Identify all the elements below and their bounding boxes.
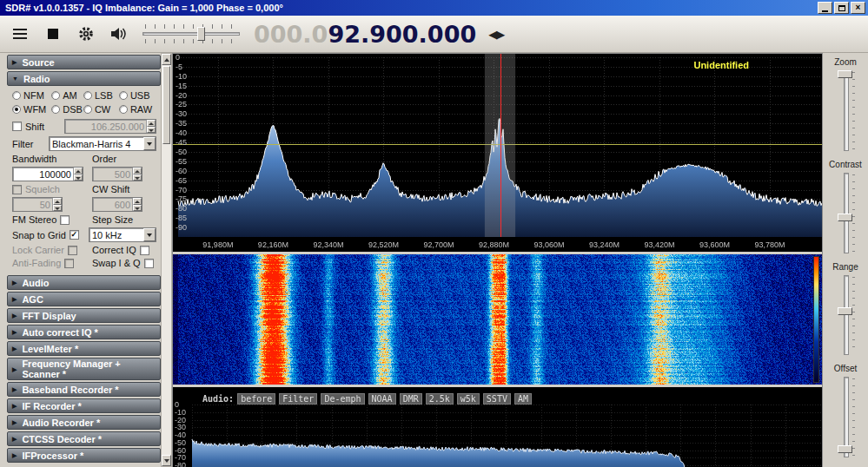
- panel-header-ctcss-decoder[interactable]: ▶CTCSS Decoder *: [7, 431, 161, 446]
- mode-dsb[interactable]: DSB: [51, 104, 83, 115]
- spin-down-icon[interactable]: [147, 127, 156, 134]
- frequency-leading-zeros[interactable]: 000.0: [254, 21, 328, 48]
- badge-before[interactable]: before: [237, 393, 275, 405]
- shift-input[interactable]: 106.250.000: [64, 119, 156, 134]
- badge-2-5k[interactable]: 2.5k: [426, 393, 454, 405]
- panel-header-fft-display[interactable]: ▶FFT Display: [7, 308, 161, 323]
- checkbox-checked-icon[interactable]: ✓: [70, 230, 79, 240]
- stop-button[interactable]: [42, 23, 64, 45]
- panel-header-auto-correct-iq[interactable]: ▶Auto correct IQ *: [7, 325, 161, 339]
- checkbox-icon[interactable]: [144, 259, 154, 268]
- spin-up-icon[interactable]: [133, 168, 142, 174]
- sidebar-scrollbar[interactable]: [161, 53, 172, 467]
- mode-am[interactable]: AM: [51, 90, 83, 101]
- squelch-input[interactable]: 50: [12, 197, 63, 212]
- frequency-display[interactable]: 000.0 92.900.000: [254, 21, 476, 48]
- lock-carrier-checkbox[interactable]: Lock Carrier: [12, 245, 77, 255]
- spin-down-icon[interactable]: [74, 174, 83, 181]
- squelch-value[interactable]: 50: [13, 198, 52, 211]
- order-spinner[interactable]: [132, 168, 142, 181]
- zoom-slider[interactable]: [835, 69, 856, 153]
- step-down-icon[interactable]: ◀: [488, 28, 496, 41]
- dropdown-arrow-icon[interactable]: [143, 228, 156, 241]
- panel-header-radio[interactable]: ▼ Radio: [7, 71, 161, 86]
- frequency-value[interactable]: 92.900.000: [328, 21, 476, 48]
- minimize-button[interactable]: [818, 2, 832, 14]
- panel-header-if-recorder[interactable]: ▶IF Recorder *: [7, 398, 161, 413]
- zoom-slider-thumb[interactable]: [838, 70, 852, 78]
- badge-noaa[interactable]: NOAA: [368, 393, 396, 405]
- mode-cw[interactable]: CW: [83, 104, 119, 115]
- range-slider-thumb[interactable]: [838, 307, 852, 315]
- squelch-spinner[interactable]: [52, 198, 62, 211]
- spin-down-icon[interactable]: [133, 174, 142, 181]
- filter-dropdown[interactable]: Blackman-Harris 4: [49, 136, 156, 151]
- anti-fading-checkbox[interactable]: Anti-Fading: [12, 258, 74, 268]
- order-value[interactable]: 500: [93, 168, 132, 181]
- panel-header-frequency-manager[interactable]: ▶Frequency Manager + Scanner *: [7, 358, 161, 380]
- panel-header-audio[interactable]: ▶Audio: [7, 275, 161, 290]
- mode-nfm[interactable]: NFM: [12, 90, 51, 101]
- offset-slider-thumb[interactable]: [838, 445, 852, 453]
- range-slider[interactable]: [835, 273, 856, 358]
- panel-header-source[interactable]: ▶ Source: [7, 55, 161, 69]
- scrollbar-thumb[interactable]: [162, 66, 170, 144]
- cw-shift-value[interactable]: 600: [93, 198, 132, 211]
- checkbox-icon[interactable]: [68, 246, 77, 255]
- volume-thumb[interactable]: [197, 27, 205, 41]
- panel-header-agc[interactable]: ▶AGC: [7, 292, 161, 306]
- spin-up-icon[interactable]: [53, 198, 62, 205]
- badge-w5k[interactable]: w5k: [457, 393, 480, 405]
- mode-usb[interactable]: USB: [119, 90, 156, 101]
- close-button[interactable]: ×: [851, 2, 865, 14]
- spin-down-icon[interactable]: [53, 205, 62, 212]
- mute-button[interactable]: [108, 23, 130, 45]
- spin-up-icon[interactable]: [74, 168, 83, 174]
- menu-button[interactable]: [9, 23, 31, 45]
- shift-value[interactable]: 106.250.000: [65, 120, 146, 133]
- scroll-down-icon[interactable]: [162, 455, 171, 466]
- mode-raw[interactable]: RAW: [119, 104, 156, 115]
- panel-header-audio-recorder[interactable]: ▶Audio Recorder *: [7, 415, 161, 430]
- cw-shift-spinner[interactable]: [132, 198, 142, 211]
- badge-dmr[interactable]: DMR: [400, 393, 422, 405]
- waterfall-canvas[interactable]: [173, 254, 822, 385]
- volume-slider[interactable]: [142, 23, 240, 44]
- scroll-up-icon[interactable]: [162, 54, 171, 65]
- swap-iq-checkbox[interactable]: Swap I & Q: [92, 258, 154, 268]
- badge-filter[interactable]: Filter: [279, 393, 317, 405]
- order-input[interactable]: 500: [92, 167, 142, 181]
- checkbox-icon[interactable]: [12, 185, 22, 194]
- checkbox-icon[interactable]: [12, 122, 22, 131]
- spin-up-icon[interactable]: [133, 198, 142, 205]
- spin-up-icon[interactable]: [147, 120, 156, 127]
- step-size-dropdown[interactable]: 10 kHz: [89, 227, 156, 242]
- spin-down-icon[interactable]: [133, 205, 142, 212]
- offset-slider[interactable]: [835, 375, 856, 459]
- maximize-button[interactable]: [834, 2, 849, 14]
- mode-wfm[interactable]: WFM: [12, 104, 51, 115]
- panel-header-baseband-recorder[interactable]: ▶Baseband Recorder *: [7, 382, 161, 397]
- checkbox-icon[interactable]: [60, 215, 70, 225]
- scrollbar-track[interactable]: [162, 145, 171, 455]
- rf-spectrum-canvas[interactable]: [173, 54, 822, 252]
- shift-spinner[interactable]: [146, 120, 156, 133]
- squelch-checkbox[interactable]: Squelch: [12, 184, 60, 194]
- dropdown-arrow-icon[interactable]: [143, 137, 156, 150]
- panel-header-levelmeter[interactable]: ▶LevelMeter *: [7, 341, 161, 356]
- contrast-slider-thumb[interactable]: [838, 214, 852, 221]
- shift-checkbox[interactable]: Shift: [12, 122, 44, 132]
- frequency-step-buttons[interactable]: ◀▶: [488, 28, 504, 41]
- correct-iq-checkbox[interactable]: Correct IQ: [92, 245, 149, 255]
- checkbox-icon[interactable]: [64, 259, 74, 268]
- step-up-icon[interactable]: ▶: [496, 28, 504, 41]
- cw-shift-input[interactable]: 600: [92, 197, 142, 212]
- settings-button[interactable]: [75, 23, 97, 45]
- fm-stereo-checkbox[interactable]: FM Stereo: [12, 214, 70, 225]
- contrast-slider[interactable]: [835, 171, 856, 255]
- bandwidth-value[interactable]: 100000: [13, 168, 73, 181]
- mode-lsb[interactable]: LSB: [83, 90, 119, 101]
- panel-header-ifprocessor[interactable]: ▶IFProcessor *: [7, 448, 161, 463]
- bandwidth-spinner[interactable]: [73, 168, 83, 181]
- bandwidth-input[interactable]: 100000: [12, 167, 83, 181]
